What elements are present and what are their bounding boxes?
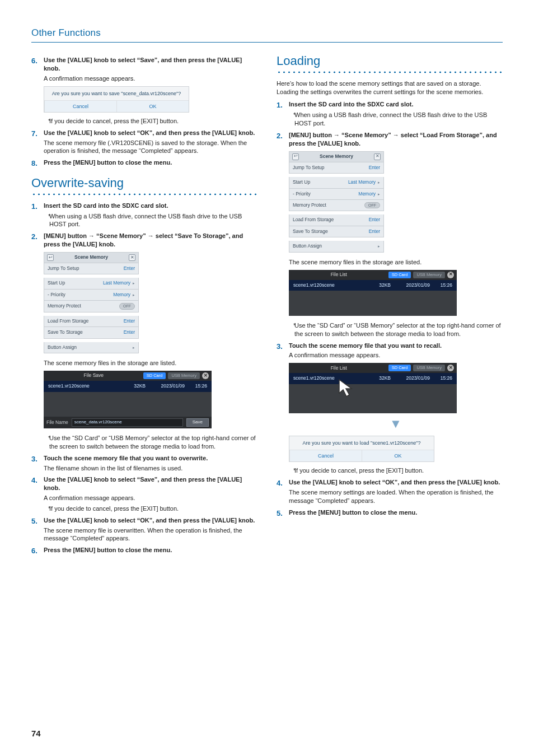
step-body: The scene memory files in the storage ar…: [289, 258, 503, 267]
confirm-dialog: Are you sure you want to save "scene_dat…: [44, 86, 189, 113]
step-note: If you decide to cancel, press the [EXIT…: [44, 117, 257, 125]
close-icon[interactable]: ✕: [129, 254, 135, 261]
row-label: Start Up: [293, 179, 310, 185]
row-value[interactable]: [376, 243, 380, 249]
row-value[interactable]: Enter: [124, 265, 135, 272]
confirm-dialog: Are you sure you want to load "scene1.vr…: [289, 436, 434, 462]
row-value[interactable]: Enter: [124, 329, 135, 335]
step-title: Press the [MENU] button to close the men…: [44, 158, 257, 167]
sd-card-selector[interactable]: SD Card: [388, 365, 411, 371]
usb-memory-selector[interactable]: USB Memory: [413, 272, 445, 278]
file-name-input[interactable]: scene_data.vr120scene: [72, 418, 183, 427]
usb-memory-selector[interactable]: USB Memory: [168, 372, 200, 379]
save-button[interactable]: Save: [186, 418, 209, 427]
file-save-panel: File Save SD Card USB Memory ✕ scene1.vr…: [44, 371, 212, 428]
step-note: If you decide to cancel, press the [EXIT…: [289, 466, 503, 475]
close-icon[interactable]: ✕: [447, 365, 454, 371]
panel-title: File List: [292, 272, 386, 278]
close-icon[interactable]: ✕: [202, 372, 209, 379]
step-body: A confirmation message appears.: [44, 74, 257, 83]
dialog-cancel-button[interactable]: Cancel: [289, 450, 362, 461]
row-value[interactable]: Last Memory: [103, 280, 135, 286]
step-number: 3.: [277, 342, 283, 352]
file-date: 2023/01/09: [391, 282, 430, 288]
step-7: 7. Use the [VALUE] knob to select “OK”, …: [31, 129, 257, 156]
section-intro: Here’s how to load the scene memory sett…: [277, 80, 503, 96]
step-body: A confirmation message appears.: [44, 494, 257, 502]
divider-dotted: [31, 193, 257, 196]
step-6: 6. Use the [VALUE] knob to select “Save”…: [31, 56, 257, 125]
usb-memory-selector[interactable]: USB Memory: [413, 365, 445, 371]
row-value[interactable]: Memory: [113, 292, 135, 298]
close-icon[interactable]: ✕: [447, 272, 454, 278]
step-body: A confirmation message appears.: [289, 351, 503, 360]
row-value[interactable]: OFF: [364, 202, 380, 208]
file-name-label: File Name: [46, 419, 68, 426]
dialog-ok-button[interactable]: OK: [362, 450, 434, 461]
arrow-icon: →: [393, 132, 399, 138]
step-title: Insert the SD card into the SDXC card sl…: [289, 100, 503, 109]
file-row[interactable]: scene1.vr120scene 32KB 2023/01/09 15:26: [44, 381, 212, 391]
row-value[interactable]: Enter: [369, 165, 380, 171]
ld-step-1: 1. Insert the SD card into the SDXC card…: [277, 100, 503, 128]
step-number: 3.: [31, 454, 38, 464]
row-label: Button Assign: [293, 243, 322, 249]
sd-card-selector[interactable]: SD Card: [143, 372, 166, 379]
right-column: Loading Here’s how to load the scene mem…: [277, 53, 503, 558]
file-date: 2023/01/09: [391, 375, 430, 381]
ow-step-5: 5. Use the [VALUE] knob to select “OK”, …: [31, 516, 257, 543]
ow-step-1: 1. Insert the SD card into the SDXC card…: [31, 202, 257, 229]
file-size: 32KB: [368, 282, 391, 288]
step-body: The scene memory file (.VR120SCENE) is s…: [44, 139, 257, 156]
row-label: Jump To Setup: [293, 165, 325, 171]
row-value[interactable]: [130, 344, 135, 351]
file-time: 15:26: [430, 282, 452, 288]
section-title-loading: Loading: [277, 53, 503, 69]
row-value[interactable]: Last Memory: [348, 179, 380, 185]
panel-title: File Save: [46, 372, 141, 379]
file-size: 32KB: [123, 383, 146, 389]
file-list-panel-touch: File List SD Card USB Memory ✕ scene1.vr…: [289, 363, 457, 413]
sd-card-selector[interactable]: SD Card: [388, 272, 411, 278]
step-number: 5.: [277, 508, 283, 519]
step-body: The scene memory file is overwritten. Wh…: [44, 526, 257, 543]
step-title: Press the [MENU] button to close the men…: [289, 508, 503, 517]
back-icon[interactable]: ↩: [47, 254, 54, 261]
ow-step-6: 6. Press the [MENU] button to close the …: [31, 546, 257, 554]
panel-title: Scene Memory: [74, 254, 108, 260]
scene-memory-panel: ↩ Scene Memory ✕ Jump To SetupEnter Star…: [289, 151, 384, 253]
dialog-message: Are you sure you want to load "scene1.vr…: [289, 436, 434, 450]
close-icon[interactable]: ✕: [374, 153, 381, 160]
step-title: [MENU] button → “Scene Memory” → select …: [289, 131, 503, 148]
row-label: Jump To Setup: [48, 265, 79, 272]
file-row[interactable]: scene1.vr120scene 32KB 2023/01/09 15:26: [289, 280, 457, 291]
step-title: Use the [VALUE] knob to select “Save”, a…: [44, 475, 257, 492]
file-list-panel: File List SD Card USB Memory ✕ scene1.vr…: [289, 270, 457, 316]
ld-step-2: 2. [MENU] button → “Scene Memory” → sele…: [277, 131, 503, 338]
dialog-cancel-button[interactable]: Cancel: [44, 100, 116, 112]
row-label: Load From Storage: [48, 318, 88, 324]
row-label: Start Up: [48, 280, 65, 286]
dialog-ok-button[interactable]: OK: [116, 100, 189, 112]
file-name: scene1.vr120scene: [48, 383, 123, 389]
divider-dotted: [277, 71, 503, 74]
panel-title: File List: [292, 365, 386, 371]
file-row[interactable]: scene1.vr120scene 32KB 2023/01/09 15:26: [289, 373, 457, 384]
page-header: Other Functions: [31, 27, 503, 43]
page-number: 74: [31, 728, 41, 739]
step-body: The scene memory files in the storage ar…: [44, 359, 257, 367]
step-title: Touch the scene memory file that you wan…: [44, 454, 257, 463]
back-icon[interactable]: ↩: [292, 153, 299, 160]
row-value[interactable]: Memory: [358, 191, 380, 197]
row-value[interactable]: Enter: [124, 318, 135, 324]
row-value[interactable]: Enter: [369, 217, 380, 223]
row-value[interactable]: OFF: [119, 303, 135, 309]
ow-step-3: 3. Touch the scene memory file that you …: [31, 454, 257, 473]
row-value[interactable]: Enter: [369, 228, 380, 235]
file-date: 2023/01/09: [146, 383, 185, 389]
panel-title: Scene Memory: [320, 153, 353, 160]
ow-step-2: 2. [MENU] button → “Scene Memory” → sele…: [31, 232, 257, 450]
row-label: - Priority: [293, 191, 311, 197]
step-8: 8. Press the [MENU] button to close the …: [31, 158, 257, 167]
row-label: - Priority: [48, 292, 65, 298]
